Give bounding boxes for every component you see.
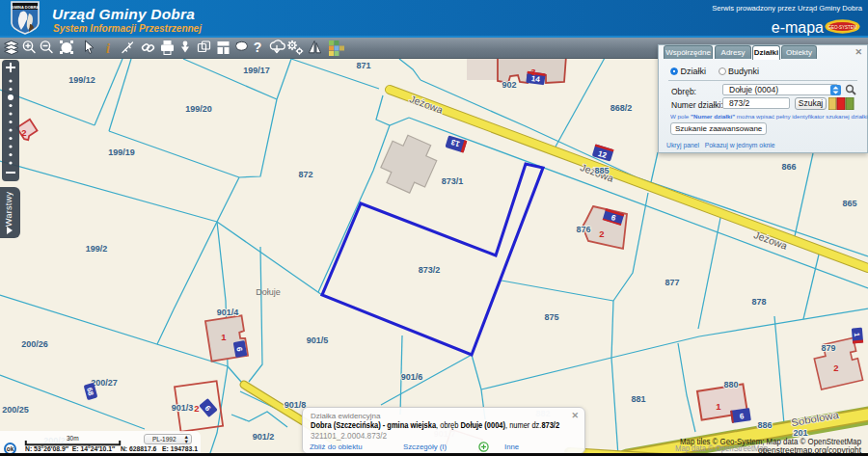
svg-text:877: 877: [665, 278, 679, 287]
svg-text:901/6: 901/6: [401, 372, 423, 382]
svg-text:876: 876: [576, 225, 590, 234]
svg-text:886: 886: [757, 420, 772, 430]
svg-text:885: 885: [594, 166, 609, 175]
svg-text:GMINA DOBRA: GMINA DOBRA: [12, 5, 40, 10]
svg-text:2: 2: [194, 403, 199, 414]
svg-text:199/17: 199/17: [243, 66, 270, 75]
svg-text:1: 1: [221, 332, 227, 342]
svg-text:199/12: 199/12: [68, 75, 95, 85]
svg-text:878: 878: [751, 297, 766, 307]
svg-text:200/27: 200/27: [91, 378, 118, 388]
svg-text:901/5: 901/5: [307, 335, 329, 345]
svg-text:Dołuje: Dołuje: [256, 287, 281, 297]
svg-text:GEO-SYSTEM: GEO-SYSTEM: [827, 25, 856, 30]
svg-text:i: i: [106, 41, 110, 56]
svg-text:879: 879: [821, 343, 835, 353]
svg-text:2: 2: [21, 127, 26, 138]
svg-text:871: 871: [356, 61, 370, 70]
svg-text:901/2: 901/2: [253, 432, 275, 442]
svg-text:1: 1: [716, 401, 721, 412]
svg-text:1: 1: [853, 333, 861, 337]
svg-text:901/4: 901/4: [217, 308, 239, 317]
svg-text:868/2: 868/2: [610, 103, 633, 113]
svg-text:200/25: 200/25: [2, 405, 29, 415]
svg-text:873/2: 873/2: [419, 265, 441, 275]
svg-text:3: 3: [530, 67, 535, 77]
svg-text:872: 872: [298, 170, 312, 179]
svg-text:200/26: 200/26: [21, 339, 48, 349]
svg-text:30m: 30m: [67, 435, 79, 442]
svg-text:866: 866: [781, 162, 796, 172]
svg-text:2: 2: [833, 362, 838, 373]
svg-text:199/19: 199/19: [108, 148, 135, 157]
svg-text:865: 865: [842, 199, 856, 208]
svg-text:902: 902: [502, 80, 516, 90]
svg-text:199/2: 199/2: [86, 244, 108, 254]
svg-text:873/1: 873/1: [442, 176, 464, 186]
svg-text:881: 881: [631, 394, 645, 404]
svg-text:?: ?: [254, 40, 262, 55]
svg-text:901/3: 901/3: [172, 403, 194, 413]
svg-text:880: 880: [723, 380, 738, 389]
svg-text:875: 875: [544, 312, 558, 322]
svg-text:2: 2: [599, 228, 604, 239]
svg-text:199/20: 199/20: [185, 104, 212, 114]
